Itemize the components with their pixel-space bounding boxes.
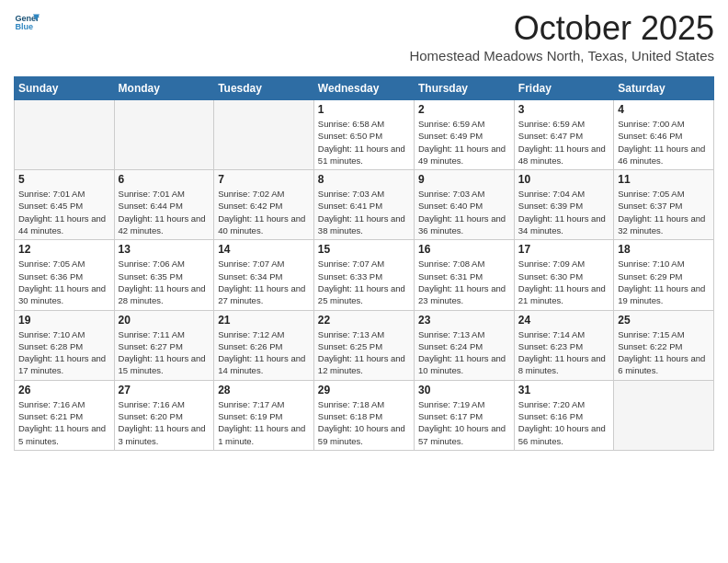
- day-info: Sunrise: 7:11 AM Sunset: 6:27 PM Dayligh…: [119, 328, 210, 377]
- day-number: 14: [218, 243, 310, 256]
- weekday-header-friday: Friday: [514, 77, 613, 100]
- calendar-cell-w1-d2: 7Sunrise: 7:02 AM Sunset: 6:42 PM Daylig…: [214, 170, 314, 240]
- calendar-cell-w1-d0: 5Sunrise: 7:01 AM Sunset: 6:45 PM Daylig…: [15, 170, 115, 240]
- day-info: Sunrise: 7:03 AM Sunset: 6:40 PM Dayligh…: [418, 188, 510, 236]
- weekday-header-monday: Monday: [114, 77, 214, 100]
- day-number: 7: [218, 173, 310, 186]
- day-info: Sunrise: 7:12 AM Sunset: 6:26 PM Dayligh…: [218, 328, 310, 377]
- calendar-cell-w4-d4: 30Sunrise: 7:19 AM Sunset: 6:17 PM Dayli…: [414, 380, 514, 450]
- day-number: 11: [618, 173, 710, 186]
- day-info: Sunrise: 7:16 AM Sunset: 6:20 PM Dayligh…: [119, 398, 210, 447]
- calendar-cell-w3-d5: 24Sunrise: 7:14 AM Sunset: 6:23 PM Dayli…: [514, 310, 613, 380]
- calendar-cell-w0-d4: 2Sunrise: 6:59 AM Sunset: 6:49 PM Daylig…: [414, 100, 514, 170]
- calendar-cell-w0-d5: 3Sunrise: 6:59 AM Sunset: 6:47 PM Daylig…: [514, 100, 613, 170]
- calendar-cell-w4-d0: 26Sunrise: 7:16 AM Sunset: 6:21 PM Dayli…: [15, 380, 115, 450]
- weekday-header-thursday: Thursday: [414, 77, 514, 100]
- day-info: Sunrise: 7:07 AM Sunset: 6:34 PM Dayligh…: [218, 258, 310, 306]
- calendar-cell-w2-d5: 17Sunrise: 7:09 AM Sunset: 6:30 PM Dayli…: [514, 240, 613, 310]
- calendar-cell-w0-d3: 1Sunrise: 6:58 AM Sunset: 6:50 PM Daylig…: [313, 100, 414, 170]
- day-number: 28: [218, 384, 310, 396]
- calendar-cell-w3-d4: 23Sunrise: 7:13 AM Sunset: 6:24 PM Dayli…: [414, 310, 514, 380]
- day-number: 3: [518, 103, 609, 116]
- day-info: Sunrise: 7:20 AM Sunset: 6:16 PM Dayligh…: [518, 398, 609, 447]
- day-number: 19: [18, 314, 110, 327]
- calendar-cell-w2-d6: 18Sunrise: 7:10 AM Sunset: 6:29 PM Dayli…: [614, 240, 714, 310]
- day-info: Sunrise: 7:09 AM Sunset: 6:30 PM Dayligh…: [518, 258, 609, 306]
- day-number: 1: [318, 103, 410, 116]
- day-number: 25: [618, 314, 710, 327]
- day-number: 16: [418, 243, 510, 256]
- day-info: Sunrise: 7:10 AM Sunset: 6:29 PM Dayligh…: [618, 258, 710, 306]
- weekday-header-sunday: Sunday: [15, 77, 115, 100]
- svg-text:Blue: Blue: [15, 22, 33, 31]
- calendar-table: SundayMondayTuesdayWednesdayThursdayFrid…: [14, 76, 714, 451]
- calendar-cell-w2-d1: 13Sunrise: 7:06 AM Sunset: 6:35 PM Dayli…: [114, 240, 214, 310]
- day-info: Sunrise: 7:01 AM Sunset: 6:45 PM Dayligh…: [18, 188, 110, 236]
- month-title: October 2025: [409, 9, 714, 48]
- day-number: 9: [418, 173, 510, 186]
- day-number: 12: [18, 243, 110, 256]
- day-number: 2: [418, 103, 510, 116]
- day-number: 30: [418, 384, 510, 396]
- day-info: Sunrise: 7:18 AM Sunset: 6:18 PM Dayligh…: [318, 398, 410, 447]
- calendar-cell-w1-d3: 8Sunrise: 7:03 AM Sunset: 6:41 PM Daylig…: [313, 170, 414, 240]
- calendar-cell-w1-d6: 11Sunrise: 7:05 AM Sunset: 6:37 PM Dayli…: [614, 170, 714, 240]
- calendar-cell-w4-d3: 29Sunrise: 7:18 AM Sunset: 6:18 PM Dayli…: [313, 380, 414, 450]
- day-info: Sunrise: 7:10 AM Sunset: 6:28 PM Dayligh…: [18, 328, 110, 377]
- calendar-cell-w0-d1: [114, 100, 214, 170]
- calendar-cell-w3-d2: 21Sunrise: 7:12 AM Sunset: 6:26 PM Dayli…: [214, 310, 314, 380]
- weekday-header-wednesday: Wednesday: [313, 77, 414, 100]
- day-info: Sunrise: 7:17 AM Sunset: 6:19 PM Dayligh…: [218, 398, 310, 447]
- day-number: 27: [119, 384, 210, 396]
- calendar-cell-w2-d4: 16Sunrise: 7:08 AM Sunset: 6:31 PM Dayli…: [414, 240, 514, 310]
- day-info: Sunrise: 7:14 AM Sunset: 6:23 PM Dayligh…: [518, 328, 609, 377]
- calendar-cell-w3-d3: 22Sunrise: 7:13 AM Sunset: 6:25 PM Dayli…: [313, 310, 414, 380]
- day-number: 8: [318, 173, 410, 186]
- day-info: Sunrise: 7:05 AM Sunset: 6:36 PM Dayligh…: [18, 258, 110, 306]
- day-number: 6: [119, 173, 210, 186]
- day-number: 5: [18, 173, 110, 186]
- calendar-cell-w1-d4: 9Sunrise: 7:03 AM Sunset: 6:40 PM Daylig…: [414, 170, 514, 240]
- day-info: Sunrise: 7:19 AM Sunset: 6:17 PM Dayligh…: [418, 398, 510, 447]
- general-blue-logo-icon: General Blue: [14, 9, 40, 35]
- calendar-cell-w3-d6: 25Sunrise: 7:15 AM Sunset: 6:22 PM Dayli…: [614, 310, 714, 380]
- calendar-cell-w2-d2: 14Sunrise: 7:07 AM Sunset: 6:34 PM Dayli…: [214, 240, 314, 310]
- day-info: Sunrise: 7:02 AM Sunset: 6:42 PM Dayligh…: [218, 188, 310, 236]
- calendar-cell-w4-d6: [614, 380, 714, 450]
- day-number: 22: [318, 314, 410, 327]
- day-number: 15: [318, 243, 410, 256]
- day-info: Sunrise: 7:07 AM Sunset: 6:33 PM Dayligh…: [318, 258, 410, 306]
- day-info: Sunrise: 6:59 AM Sunset: 6:47 PM Dayligh…: [518, 118, 609, 167]
- day-number: 18: [618, 243, 710, 256]
- day-number: 21: [218, 314, 310, 327]
- day-number: 23: [418, 314, 510, 327]
- calendar-cell-w1-d1: 6Sunrise: 7:01 AM Sunset: 6:44 PM Daylig…: [114, 170, 214, 240]
- day-number: 29: [318, 384, 410, 396]
- weekday-header-tuesday: Tuesday: [214, 77, 314, 100]
- location-subtitle: Homestead Meadows North, Texas, United S…: [409, 48, 714, 63]
- day-info: Sunrise: 7:08 AM Sunset: 6:31 PM Dayligh…: [418, 258, 510, 306]
- day-info: Sunrise: 6:59 AM Sunset: 6:49 PM Dayligh…: [418, 118, 510, 167]
- day-info: Sunrise: 7:01 AM Sunset: 6:44 PM Dayligh…: [119, 188, 210, 236]
- day-info: Sunrise: 7:00 AM Sunset: 6:46 PM Dayligh…: [618, 118, 710, 167]
- day-info: Sunrise: 7:04 AM Sunset: 6:39 PM Dayligh…: [518, 188, 609, 236]
- day-info: Sunrise: 7:03 AM Sunset: 6:41 PM Dayligh…: [318, 188, 410, 236]
- day-info: Sunrise: 7:13 AM Sunset: 6:24 PM Dayligh…: [418, 328, 510, 377]
- day-info: Sunrise: 6:58 AM Sunset: 6:50 PM Dayligh…: [318, 118, 410, 167]
- day-number: 17: [518, 243, 609, 256]
- weekday-header-saturday: Saturday: [614, 77, 714, 100]
- calendar-cell-w2-d0: 12Sunrise: 7:05 AM Sunset: 6:36 PM Dayli…: [15, 240, 115, 310]
- calendar-cell-w0-d6: 4Sunrise: 7:00 AM Sunset: 6:46 PM Daylig…: [614, 100, 714, 170]
- day-info: Sunrise: 7:06 AM Sunset: 6:35 PM Dayligh…: [119, 258, 210, 306]
- day-info: Sunrise: 7:15 AM Sunset: 6:22 PM Dayligh…: [618, 328, 710, 377]
- calendar-cell-w4-d5: 31Sunrise: 7:20 AM Sunset: 6:16 PM Dayli…: [514, 380, 613, 450]
- calendar-cell-w2-d3: 15Sunrise: 7:07 AM Sunset: 6:33 PM Dayli…: [313, 240, 414, 310]
- day-number: 26: [18, 384, 110, 396]
- day-number: 31: [518, 384, 609, 396]
- calendar-cell-w4-d2: 28Sunrise: 7:17 AM Sunset: 6:19 PM Dayli…: [214, 380, 314, 450]
- calendar-cell-w4-d1: 27Sunrise: 7:16 AM Sunset: 6:20 PM Dayli…: [114, 380, 214, 450]
- day-number: 10: [518, 173, 609, 186]
- day-info: Sunrise: 7:05 AM Sunset: 6:37 PM Dayligh…: [618, 188, 710, 236]
- day-info: Sunrise: 7:13 AM Sunset: 6:25 PM Dayligh…: [318, 328, 410, 377]
- calendar-cell-w3-d1: 20Sunrise: 7:11 AM Sunset: 6:27 PM Dayli…: [114, 310, 214, 380]
